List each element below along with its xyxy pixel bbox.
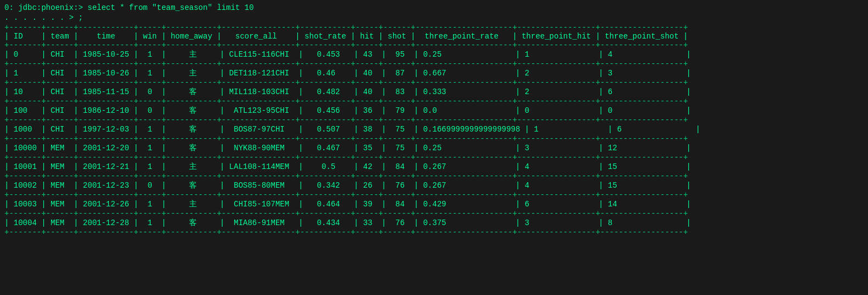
terminal: 0: jdbc:phoenix:> select * from "team_se… xyxy=(0,0,868,240)
divider-row-4: +-------+------+------------+-----+-----… xyxy=(4,134,864,143)
divider-header: +-------+------+------------+-----+-----… xyxy=(4,41,864,50)
result-table: +-------+------+------------+-----+-----… xyxy=(4,23,864,237)
divider-row-9: +-------+------+------------+-----+-----… xyxy=(4,228,864,237)
command-line-1: 0: jdbc:phoenix:> select * from "team_se… xyxy=(4,3,864,12)
table-row: | 10003 | MEM | 2001-12-26 | 1 | 主 | CHI… xyxy=(4,199,864,209)
table-row: | 1000 | CHI | 1997-12-03 | 1 | 客 | BOS8… xyxy=(4,124,864,134)
divider-row-3: +-------+------+------------+-----+-----… xyxy=(4,116,864,124)
divider-row-5: +-------+------+------------+-----+-----… xyxy=(4,153,864,162)
table-row: | 10004 | MEM | 2001-12-28 | 1 | 客 | MIA… xyxy=(4,218,864,228)
table-row: | 10002 | MEM | 2001-12-23 | 0 | 客 | BOS… xyxy=(4,181,864,190)
table-row: | 1 | CHI | 1985-10-26 | 1 | 主 | DET118-… xyxy=(4,68,864,78)
divider-row-6: +-------+------+------------+-----+-----… xyxy=(4,172,864,181)
divider-row-7: +-------+------+------------+-----+-----… xyxy=(4,190,864,199)
table-row: | 10001 | MEM | 2001-12-21 | 1 | 主 | LAL… xyxy=(4,162,864,172)
table-row: | 10000 | MEM | 2001-12-20 | 1 | 客 | NYK… xyxy=(4,143,864,153)
table-row: | 100 | CHI | 1986-12-10 | 0 | 客 | ATL12… xyxy=(4,106,864,116)
divider-row-2: +-------+------+------------+-----+-----… xyxy=(4,97,864,106)
header-row: | ID | team | time | win | home_away | s… xyxy=(4,32,864,41)
command-line-2: . . . . . . . > ; xyxy=(4,13,864,22)
divider-top: +-------+------+------------+-----+-----… xyxy=(4,23,864,32)
table-row: | 0 | CHI | 1985-10-25 | 1 | 主 | CLE115-… xyxy=(4,50,864,59)
divider-row-0: +-------+------+------------+-----+-----… xyxy=(4,59,864,68)
divider-row-1: +-------+------+------------+-----+-----… xyxy=(4,78,864,87)
table-row: | 10 | CHI | 1985-11-15 | 0 | 客 | MIL118… xyxy=(4,87,864,97)
divider-row-8: +-------+------+------------+-----+-----… xyxy=(4,209,864,218)
